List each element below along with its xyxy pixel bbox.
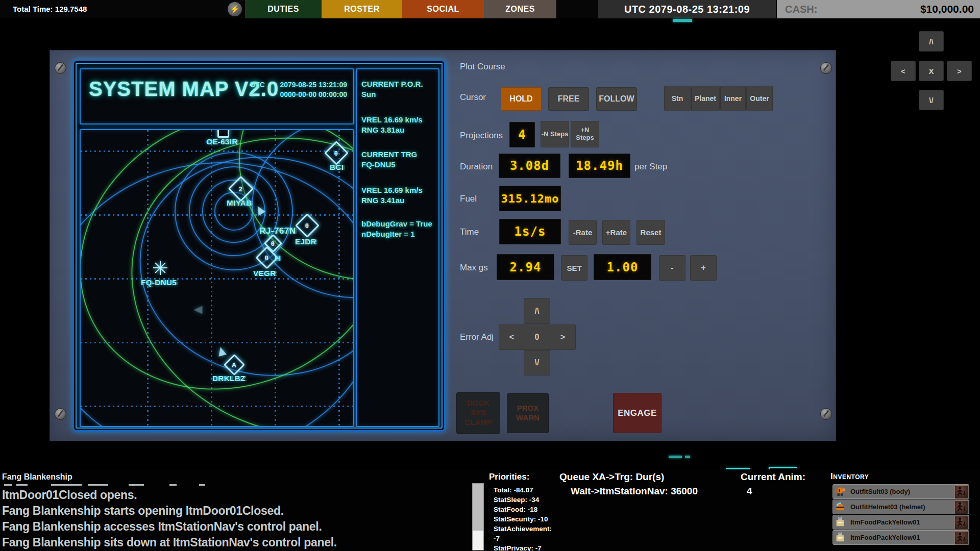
prox-warn-button[interactable]: PROX WARN [507, 393, 549, 433]
pan-left-button[interactable]: < [891, 61, 916, 81]
marker-glyph: θ [271, 240, 275, 247]
cursor-free-button[interactable]: FREE [548, 87, 589, 111]
inventory-row[interactable]: OutfitSuit03 (body) [832, 484, 969, 499]
max-gs-current-display: 2.94 [497, 254, 554, 280]
zoom-inner-button[interactable]: Inner [720, 86, 746, 111]
tab-zones[interactable]: Zones [484, 0, 556, 18]
station-marker-bci[interactable]: θ [324, 141, 349, 165]
pan-down-button[interactable]: \/ [919, 90, 944, 110]
person-drop-icon [955, 486, 967, 497]
map-clock-prefix: UTC [250, 81, 265, 89]
station-marker-drklbz[interactable]: A [224, 354, 245, 375]
bottom-panel: Fang Blankenship ItmDoor01Closed opens. … [0, 469, 980, 551]
max-gs-plus-button[interactable]: + [690, 255, 717, 281]
tab-social[interactable]: Social [402, 0, 484, 18]
marker-glyph: θ [265, 254, 268, 262]
body-label: RJ-767N [259, 226, 296, 236]
max-gs-label: Max gs [460, 263, 488, 273]
equip-person-button[interactable] [954, 485, 968, 499]
priority-line: StatSecurity: -10 [494, 515, 548, 523]
equip-person-button[interactable] [954, 500, 968, 514]
error-adj-up-button[interactable]: /\ [524, 298, 550, 324]
foodpack-icon [835, 532, 846, 543]
fuel-label: Fuel [460, 194, 477, 204]
equip-person-button[interactable] [954, 531, 968, 545]
rng-trg: RNG 3.41au [361, 196, 404, 205]
background-hud-fragment [685, 456, 690, 458]
pan-up-button[interactable]: /\ [919, 31, 944, 52]
inventory-item-name: OutfitHelmet03 (helmet) [850, 500, 925, 514]
minus-rate-button[interactable]: -Rate [569, 220, 597, 245]
body-label: VEGR [253, 269, 276, 278]
tab-roster[interactable]: Roster [322, 0, 402, 18]
max-gs-minus-button[interactable]: - [659, 255, 685, 281]
close-button[interactable]: X [919, 61, 944, 81]
error-adj-value: 0 [524, 324, 550, 350]
set-max-gs-button[interactable]: SET [561, 255, 587, 281]
priority-line: StatAchievement: [494, 525, 552, 533]
queue-entry: Wait->ItmStationNav: 36000 [571, 486, 698, 497]
cursor-follow-button[interactable]: FOLLOW [596, 87, 637, 111]
power-icon[interactable]: ⚡ [228, 2, 242, 16]
error-adj-right-button[interactable]: > [550, 324, 576, 350]
dock-sys-clamp-button[interactable]: DOCK SYS CLAMP [456, 392, 500, 434]
inventory-row[interactable]: ItmFoodPackYellow01 [832, 515, 969, 530]
priority-line: Total: -84.07 [494, 486, 533, 494]
log-character-name: Fang Blankenship [2, 472, 72, 482]
current-trg-label: CURRENT TRG [361, 150, 417, 159]
ship-marker-drklbz[interactable] [216, 346, 227, 357]
cursor-label: Cursor [460, 92, 486, 103]
rng-por: RNG 3.81au [361, 126, 404, 134]
cash-panel: CASH: $10,000.00 [777, 0, 980, 18]
priority-line: StatFood: -18 [494, 506, 537, 513]
priority-line: StatSleep: -34 [494, 496, 539, 504]
person-drop-icon [955, 516, 967, 528]
per-step-label: per Step [634, 162, 667, 172]
pan-right-button[interactable]: > [947, 61, 972, 81]
prox-line: WARN [516, 413, 540, 423]
target-marker-fqdnu5[interactable] [153, 261, 167, 275]
inventory-row[interactable]: ItmFoodPackYellow01 [832, 530, 969, 545]
marker-glyph: θ [305, 222, 309, 230]
priorities-scrollbar[interactable] [472, 483, 484, 550]
error-adj-down-button[interactable]: \/ [524, 350, 550, 375]
clipped-log-line [199, 484, 205, 486]
system-map-screen[interactable]: SYSTEM MAP V2.0 UTC2079-08-25 13:21:09 +… [72, 60, 446, 432]
engage-button[interactable]: ENGAGE [613, 393, 662, 433]
inventory-item-name: ItmFoodPackYellow01 [850, 515, 920, 529]
station-marker-miyab[interactable]: 2 [228, 176, 254, 202]
zoom-planet-button[interactable]: Planet [691, 86, 720, 111]
foodpack-icon [835, 516, 846, 528]
log-line: Fang Blankenship accesses ItmStationNav'… [2, 520, 322, 534]
plus-n-steps-button[interactable]: +N Steps [571, 121, 599, 147]
error-adj-left-button[interactable]: < [499, 324, 525, 350]
time-rate-display: 1s/s [499, 219, 561, 244]
equip-person-button[interactable] [954, 516, 968, 530]
inventory-header: Inventory [830, 471, 869, 482]
body-label: EJDR [295, 237, 316, 246]
station-marker-ejdr[interactable]: θ [295, 213, 320, 238]
map-grid[interactable]: OE-63IR 2 MIYAB RJ-767N θ EJDR θ θ H VEG… [80, 129, 354, 427]
suit-icon [835, 486, 846, 497]
background-hud-fragment [673, 19, 692, 22]
marker-glyph: A [232, 361, 236, 368]
log-line: Fang Blankenship starts opening ItmDoor0… [2, 504, 284, 518]
debug-grav: bDebugGrav = True [361, 219, 432, 228]
map-clock: UTC2079-08-25 13:21:09 +0000-00-00 00:00… [250, 81, 347, 100]
priority-line: -7 [494, 535, 500, 542]
reset-rate-button[interactable]: Reset [636, 220, 665, 245]
zoom-stn-button[interactable]: Stn [664, 86, 691, 111]
minus-n-steps-button[interactable]: -N Steps [541, 121, 569, 147]
zoom-outer-button[interactable]: Outer [746, 86, 773, 111]
queue-title: Queue XA->Trg: Dur(s) [559, 471, 664, 483]
log-line: ItmDoor01Closed opens. [2, 488, 137, 502]
tab-duties[interactable]: Duties [245, 0, 322, 18]
station-marker-oe63ir[interactable] [217, 129, 229, 138]
marker-glyph: θ [334, 149, 338, 157]
scrollbar-thumb[interactable] [473, 531, 483, 550]
cursor-hold-button[interactable]: HOLD [501, 87, 542, 111]
inventory-row[interactable]: OutfitHelmet03 (helmet) [832, 499, 969, 514]
ghost-ship-marker [194, 306, 203, 314]
clipped-log-line [88, 484, 108, 486]
plus-rate-button[interactable]: +Rate [602, 220, 630, 245]
